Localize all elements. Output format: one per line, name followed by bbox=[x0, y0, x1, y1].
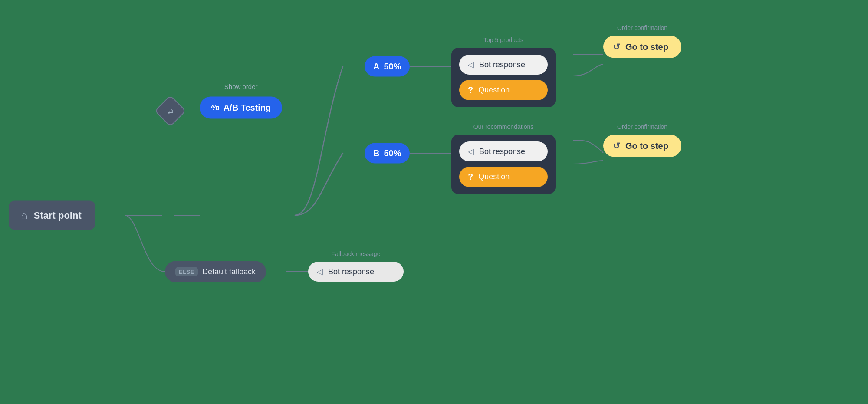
fallback-message-label: Fallback message bbox=[332, 250, 381, 257]
refresh-icon-b: ↺ bbox=[613, 141, 620, 151]
fallback-node[interactable]: ELSE Default fallback bbox=[165, 261, 266, 282]
goto-b-context-label: Order confirmation bbox=[617, 123, 667, 130]
group-b-question-label: Question bbox=[478, 172, 510, 181]
group-card-b: Our recommendations ◁ Bot response ? Que… bbox=[451, 135, 556, 194]
ab-testing-step-label: Show order bbox=[224, 83, 258, 90]
variant-b-letter: B bbox=[373, 148, 379, 158]
group-b-title: Our recommendations bbox=[473, 123, 534, 130]
goto-step-a-wrapper: Order confirmation ↺ Go to step bbox=[603, 36, 681, 58]
question-icon-a: ? bbox=[468, 85, 473, 95]
start-point-label: Start point bbox=[34, 210, 82, 221]
group-a-question-label: Question bbox=[478, 85, 510, 95]
fallback-bot-wrapper: Fallback message ◁ Bot response bbox=[308, 262, 404, 282]
variant-a-percent: 50% bbox=[384, 62, 401, 72]
fallback-label: Default fallback bbox=[202, 267, 256, 276]
group-a-title: Top 5 products bbox=[483, 36, 523, 43]
fallback-bot-response-label: Bot response bbox=[328, 267, 374, 276]
group-a-bot-response[interactable]: ◁ Bot response bbox=[459, 55, 548, 75]
ab-testing-node[interactable]: Show order ᴬ⁄ʙ A/B Testing bbox=[200, 97, 282, 119]
question-icon-b: ? bbox=[468, 172, 473, 182]
group-a-question[interactable]: ? Question bbox=[459, 80, 548, 100]
start-point-node[interactable]: ⌂ Start point bbox=[9, 201, 95, 230]
ab-split-diamond[interactable]: ⇄ bbox=[155, 95, 187, 127]
send-icon-fallback: ◁ bbox=[317, 267, 323, 276]
goto-step-b[interactable]: ↺ Go to step bbox=[603, 135, 681, 157]
send-icon-b: ◁ bbox=[468, 147, 474, 156]
goto-step-a[interactable]: ↺ Go to step bbox=[603, 36, 681, 58]
goto-step-b-label: Go to step bbox=[625, 141, 668, 151]
send-icon-a: ◁ bbox=[468, 60, 474, 69]
variant-b-percent: 50% bbox=[384, 148, 401, 158]
group-b-bot-response[interactable]: ◁ Bot response bbox=[459, 141, 548, 161]
goto-step-a-label: Go to step bbox=[625, 42, 668, 52]
variant-a-badge[interactable]: A 50% bbox=[365, 56, 410, 77]
fallback-bot-response[interactable]: ◁ Bot response bbox=[308, 262, 404, 282]
group-b-question[interactable]: ? Question bbox=[459, 167, 548, 187]
goto-step-b-wrapper: Order confirmation ↺ Go to step bbox=[603, 135, 681, 157]
else-badge: ELSE bbox=[175, 267, 198, 276]
group-card-a: Top 5 products ◁ Bot response ? Question bbox=[451, 48, 556, 107]
refresh-icon-a: ↺ bbox=[613, 42, 620, 52]
group-a-bot-response-label: Bot response bbox=[479, 60, 525, 69]
ab-icon: ᴬ⁄ʙ bbox=[211, 104, 219, 112]
variant-a-letter: A bbox=[373, 62, 379, 72]
goto-a-context-label: Order confirmation bbox=[617, 24, 667, 31]
ab-split-icon: ⇄ bbox=[168, 107, 173, 115]
home-icon: ⌂ bbox=[21, 209, 28, 222]
group-b-bot-response-label: Bot response bbox=[479, 147, 525, 156]
ab-testing-label-text: A/B Testing bbox=[224, 103, 271, 113]
ab-testing-pill[interactable]: ᴬ⁄ʙ A/B Testing bbox=[200, 97, 282, 119]
variant-b-badge[interactable]: B 50% bbox=[365, 143, 410, 164]
